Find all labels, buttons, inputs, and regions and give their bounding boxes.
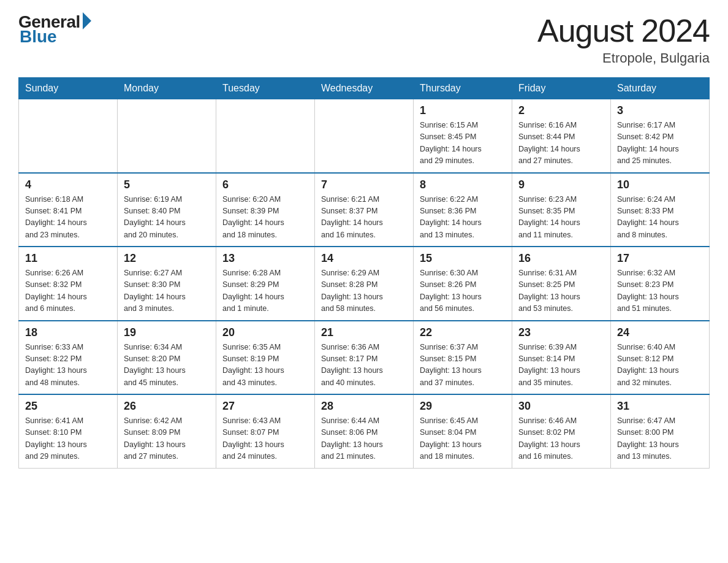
- day-info: Sunrise: 6:43 AMSunset: 8:07 PMDaylight:…: [222, 415, 308, 463]
- day-number: 1: [420, 104, 506, 117]
- calendar-week-row: 1Sunrise: 6:15 AMSunset: 8:45 PMDaylight…: [19, 99, 710, 173]
- day-info: Sunrise: 6:31 AMSunset: 8:25 PMDaylight:…: [518, 267, 604, 315]
- calendar-cell: 10Sunrise: 6:24 AMSunset: 8:33 PMDayligh…: [611, 173, 710, 247]
- calendar-cell: 25Sunrise: 6:41 AMSunset: 8:10 PMDayligh…: [19, 394, 118, 468]
- day-info: Sunrise: 6:46 AMSunset: 8:02 PMDaylight:…: [518, 415, 604, 463]
- day-number: 23: [518, 326, 604, 339]
- calendar-cell: 13Sunrise: 6:28 AMSunset: 8:29 PMDayligh…: [216, 247, 315, 321]
- day-info: Sunrise: 6:37 AMSunset: 8:15 PMDaylight:…: [420, 342, 506, 389]
- day-info: Sunrise: 6:19 AMSunset: 8:40 PMDaylight:…: [124, 194, 210, 242]
- day-number: 9: [518, 178, 604, 191]
- calendar-cell: 1Sunrise: 6:15 AMSunset: 8:45 PMDaylight…: [414, 99, 512, 173]
- day-info: Sunrise: 6:20 AMSunset: 8:39 PMDaylight:…: [222, 194, 308, 242]
- day-info: Sunrise: 6:23 AMSunset: 8:35 PMDaylight:…: [518, 194, 604, 242]
- logo-blue-text: Blue: [20, 27, 57, 47]
- day-number: 11: [25, 252, 111, 265]
- day-number: 21: [321, 326, 407, 339]
- calendar-cell: 23Sunrise: 6:39 AMSunset: 8:14 PMDayligh…: [512, 321, 611, 395]
- weekday-header-thursday: Thursday: [414, 78, 512, 99]
- logo: General Blue: [18, 12, 91, 47]
- day-info: Sunrise: 6:40 AMSunset: 8:12 PMDaylight:…: [617, 342, 703, 389]
- day-info: Sunrise: 6:42 AMSunset: 8:09 PMDaylight:…: [124, 415, 210, 463]
- day-info: Sunrise: 6:45 AMSunset: 8:04 PMDaylight:…: [420, 415, 506, 463]
- calendar-cell: 15Sunrise: 6:30 AMSunset: 8:26 PMDayligh…: [414, 247, 512, 321]
- month-title: August 2024: [537, 12, 710, 49]
- day-info: Sunrise: 6:30 AMSunset: 8:26 PMDaylight:…: [420, 267, 506, 315]
- day-info: Sunrise: 6:21 AMSunset: 8:37 PMDaylight:…: [321, 194, 407, 242]
- calendar-cell: 7Sunrise: 6:21 AMSunset: 8:37 PMDaylight…: [315, 173, 414, 247]
- calendar-cell: 18Sunrise: 6:33 AMSunset: 8:22 PMDayligh…: [19, 321, 118, 395]
- day-number: 6: [222, 178, 308, 191]
- day-number: 7: [321, 178, 407, 191]
- title-block: August 2024 Etropole, Bulgaria: [537, 12, 710, 66]
- calendar-cell: 30Sunrise: 6:46 AMSunset: 8:02 PMDayligh…: [512, 394, 611, 468]
- day-number: 10: [617, 178, 703, 191]
- day-number: 8: [420, 178, 506, 191]
- day-number: 5: [124, 178, 210, 191]
- location-subtitle: Etropole, Bulgaria: [537, 50, 710, 66]
- day-info: Sunrise: 6:15 AMSunset: 8:45 PMDaylight:…: [420, 120, 506, 167]
- day-number: 28: [321, 400, 407, 413]
- day-number: 3: [617, 104, 703, 117]
- calendar-cell: 24Sunrise: 6:40 AMSunset: 8:12 PMDayligh…: [611, 321, 710, 395]
- calendar-cell: 28Sunrise: 6:44 AMSunset: 8:06 PMDayligh…: [315, 394, 414, 468]
- day-info: Sunrise: 6:29 AMSunset: 8:28 PMDaylight:…: [321, 267, 407, 315]
- day-number: 26: [124, 400, 210, 413]
- day-number: 15: [420, 252, 506, 265]
- calendar-cell: [216, 99, 315, 173]
- day-number: 27: [222, 400, 308, 413]
- calendar-week-row: 11Sunrise: 6:26 AMSunset: 8:32 PMDayligh…: [19, 247, 710, 321]
- day-info: Sunrise: 6:41 AMSunset: 8:10 PMDaylight:…: [25, 415, 111, 463]
- calendar-cell: 12Sunrise: 6:27 AMSunset: 8:30 PMDayligh…: [118, 247, 216, 321]
- calendar-cell: 2Sunrise: 6:16 AMSunset: 8:44 PMDaylight…: [512, 99, 611, 173]
- day-info: Sunrise: 6:47 AMSunset: 8:00 PMDaylight:…: [617, 415, 703, 463]
- day-info: Sunrise: 6:32 AMSunset: 8:23 PMDaylight:…: [617, 267, 703, 315]
- day-number: 25: [25, 400, 111, 413]
- calendar-cell: 22Sunrise: 6:37 AMSunset: 8:15 PMDayligh…: [414, 321, 512, 395]
- logo-arrow-icon: [83, 12, 91, 29]
- calendar-cell: 26Sunrise: 6:42 AMSunset: 8:09 PMDayligh…: [118, 394, 216, 468]
- day-info: Sunrise: 6:35 AMSunset: 8:19 PMDaylight:…: [222, 342, 308, 389]
- day-info: Sunrise: 6:18 AMSunset: 8:41 PMDaylight:…: [25, 194, 111, 242]
- calendar-cell: 16Sunrise: 6:31 AMSunset: 8:25 PMDayligh…: [512, 247, 611, 321]
- calendar-cell: 8Sunrise: 6:22 AMSunset: 8:36 PMDaylight…: [414, 173, 512, 247]
- day-info: Sunrise: 6:36 AMSunset: 8:17 PMDaylight:…: [321, 342, 407, 389]
- calendar-week-row: 25Sunrise: 6:41 AMSunset: 8:10 PMDayligh…: [19, 394, 710, 468]
- day-number: 29: [420, 400, 506, 413]
- day-info: Sunrise: 6:26 AMSunset: 8:32 PMDaylight:…: [25, 267, 111, 315]
- day-info: Sunrise: 6:17 AMSunset: 8:42 PMDaylight:…: [617, 120, 703, 167]
- weekday-header-row: SundayMondayTuesdayWednesdayThursdayFrid…: [19, 78, 710, 99]
- day-number: 18: [25, 326, 111, 339]
- calendar-week-row: 4Sunrise: 6:18 AMSunset: 8:41 PMDaylight…: [19, 173, 710, 247]
- day-number: 31: [617, 400, 703, 413]
- calendar-cell: [315, 99, 414, 173]
- calendar-cell: 20Sunrise: 6:35 AMSunset: 8:19 PMDayligh…: [216, 321, 315, 395]
- calendar-cell: [118, 99, 216, 173]
- day-number: 14: [321, 252, 407, 265]
- day-info: Sunrise: 6:34 AMSunset: 8:20 PMDaylight:…: [124, 342, 210, 389]
- day-number: 24: [617, 326, 703, 339]
- day-info: Sunrise: 6:24 AMSunset: 8:33 PMDaylight:…: [617, 194, 703, 242]
- calendar-cell: [19, 99, 118, 173]
- day-info: Sunrise: 6:27 AMSunset: 8:30 PMDaylight:…: [124, 267, 210, 315]
- weekday-header-monday: Monday: [118, 78, 216, 99]
- day-number: 13: [222, 252, 308, 265]
- calendar-cell: 5Sunrise: 6:19 AMSunset: 8:40 PMDaylight…: [118, 173, 216, 247]
- day-number: 22: [420, 326, 506, 339]
- day-number: 2: [518, 104, 604, 117]
- day-info: Sunrise: 6:22 AMSunset: 8:36 PMDaylight:…: [420, 194, 506, 242]
- calendar-cell: 11Sunrise: 6:26 AMSunset: 8:32 PMDayligh…: [19, 247, 118, 321]
- calendar-cell: 21Sunrise: 6:36 AMSunset: 8:17 PMDayligh…: [315, 321, 414, 395]
- weekday-header-saturday: Saturday: [611, 78, 710, 99]
- day-number: 12: [124, 252, 210, 265]
- calendar-table: SundayMondayTuesdayWednesdayThursdayFrid…: [18, 77, 710, 469]
- day-number: 30: [518, 400, 604, 413]
- calendar-cell: 3Sunrise: 6:17 AMSunset: 8:42 PMDaylight…: [611, 99, 710, 173]
- day-number: 20: [222, 326, 308, 339]
- calendar-week-row: 18Sunrise: 6:33 AMSunset: 8:22 PMDayligh…: [19, 321, 710, 395]
- calendar-cell: 19Sunrise: 6:34 AMSunset: 8:20 PMDayligh…: [118, 321, 216, 395]
- calendar-cell: 31Sunrise: 6:47 AMSunset: 8:00 PMDayligh…: [611, 394, 710, 468]
- weekday-header-sunday: Sunday: [19, 78, 118, 99]
- day-number: 16: [518, 252, 604, 265]
- calendar-cell: 9Sunrise: 6:23 AMSunset: 8:35 PMDaylight…: [512, 173, 611, 247]
